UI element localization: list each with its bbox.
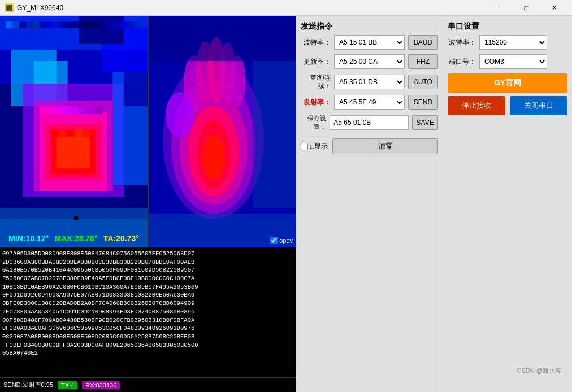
- svg-rect-14: [79, 16, 124, 44]
- svg-rect-50: [0, 219, 148, 247]
- send-status: SEND:发射率0.95: [3, 381, 53, 389]
- svg-point-51: [74, 216, 79, 220]
- opev-check[interactable]: [270, 237, 278, 244]
- svg-rect-36: [40, 106, 47, 114]
- ta-temp-label: TA:20.73°: [103, 234, 139, 243]
- camera-labels-left: MIN:10.17° MAX:28.78° TA:20.73°: [0, 234, 148, 243]
- update-rate-select[interactable]: A5 25 00 CA: [334, 54, 405, 69]
- opev-checkbox[interactable]: opev: [270, 237, 293, 244]
- gy-website-btn[interactable]: GY官网: [448, 73, 567, 93]
- terminal-output[interactable]: [0, 247, 296, 377]
- svg-rect-37: [47, 106, 55, 114]
- terminal-scroll-area: [0, 247, 296, 377]
- update-rate-row: 更新率： A5 25 00 CA FHZ: [301, 54, 438, 69]
- app-title: GY_MLX90640: [17, 4, 485, 12]
- show-checkbox-label[interactable]: □显示: [301, 142, 328, 151]
- save-input[interactable]: [330, 115, 409, 130]
- thermal-svg-left: [0, 16, 148, 247]
- send-btn[interactable]: SEND: [408, 95, 438, 110]
- save-btn[interactable]: SAVE: [412, 115, 438, 130]
- window-controls: — □ ✕: [485, 0, 567, 16]
- update-rate-label: 更新率：: [301, 57, 331, 67]
- minimize-button[interactable]: —: [485, 0, 511, 16]
- tx-status: TX:4: [58, 381, 77, 389]
- svg-rect-26: [73, 21, 80, 28]
- baud-rate-label: 波特率：: [301, 38, 331, 47]
- camera-views: MIN:10.17° MAX:28.78° TA:20.73°: [0, 16, 296, 247]
- svg-rect-18: [19, 21, 26, 28]
- svg-rect-44: [51, 129, 59, 137]
- svg-point-65: [166, 92, 194, 137]
- svg-rect-25: [67, 21, 73, 28]
- emit-label: 发射率：: [301, 98, 331, 107]
- close-button[interactable]: ✕: [541, 0, 567, 16]
- serial-baud-label: 波特率：: [448, 38, 476, 47]
- svg-point-64: [229, 55, 245, 106]
- svg-rect-30: [100, 21, 107, 28]
- stop-receive-btn[interactable]: 停止接收: [448, 96, 505, 115]
- serial-port-label: 端口号：: [448, 57, 476, 67]
- emit-select[interactable]: A5 45 5F 49: [334, 95, 405, 110]
- svg-point-59: [202, 134, 225, 180]
- titlebar: ⬛ GY_MLX90640 — □ ✕: [0, 0, 572, 16]
- svg-rect-27: [80, 21, 86, 28]
- svg-rect-17: [12, 21, 19, 28]
- baud-btn[interactable]: BAUD: [408, 35, 438, 50]
- main-area: MIN:10.17° MAX:28.78° TA:20.73°: [0, 16, 572, 392]
- serial-column: 串口设置 波特率： 115200 9600 19200 38400 57600 …: [443, 16, 572, 392]
- svg-rect-48: [82, 129, 90, 137]
- min-temp-label: MIN:10.17°: [8, 234, 49, 243]
- svg-rect-21: [40, 21, 46, 28]
- svg-rect-46: [67, 129, 75, 137]
- svg-rect-10: [57, 134, 90, 168]
- svg-rect-42: [86, 106, 94, 114]
- clear-btn[interactable]: 清零: [332, 138, 438, 154]
- camera-section: MIN:10.17° MAX:28.78° TA:20.73°: [0, 16, 296, 247]
- query-row: 查询/连续： A5 35 01 DB AUTO: [301, 73, 438, 90]
- svg-rect-41: [79, 106, 86, 114]
- svg-rect-66: [149, 16, 296, 61]
- svg-rect-22: [46, 21, 53, 28]
- svg-rect-19: [26, 21, 33, 28]
- serial-port-select[interactable]: COM3 COM1 COM2 COM4: [479, 54, 547, 69]
- divider: [301, 136, 438, 136]
- right-columns: 发送指令 波特率： A5 15 01 BB BAUD 更新率： A5 25 00…: [296, 16, 572, 392]
- status-bar: SEND:发射率0.95 TX:4 RX:833136: [0, 377, 296, 392]
- query-select[interactable]: A5 35 01 DB: [334, 75, 405, 89]
- baud-rate-select[interactable]: A5 15 01 BB: [334, 35, 405, 50]
- auto-btn[interactable]: AUTO: [408, 75, 438, 89]
- max-temp-label: MAX:28.78°: [54, 234, 97, 243]
- svg-rect-28: [86, 21, 93, 28]
- svg-rect-31: [107, 21, 114, 28]
- watermark: CSDN @断水客...: [517, 367, 566, 375]
- thermal-svg-right: [149, 16, 296, 247]
- thermal-view-left: MIN:10.17° MAX:28.78° TA:20.73°: [0, 16, 148, 247]
- svg-rect-33: [120, 21, 127, 28]
- command-column: 发送指令 波特率： A5 15 01 BB BAUD 更新率： A5 25 00…: [296, 16, 443, 392]
- close-port-btn[interactable]: 关闭串口: [510, 96, 567, 115]
- serial-port-row: 端口号： COM3 COM1 COM2 COM4: [448, 54, 567, 69]
- serial-baud-select[interactable]: 115200 9600 19200 38400 57600: [479, 35, 547, 50]
- svg-rect-35: [134, 21, 141, 28]
- svg-rect-34: [127, 21, 134, 28]
- serial-baud-row: 波特率： 115200 9600 19200 38400 57600: [448, 35, 567, 50]
- fhz-btn[interactable]: FHZ: [408, 54, 438, 69]
- svg-rect-40: [71, 106, 79, 114]
- svg-rect-23: [53, 21, 60, 28]
- bottom-section: SEND:发射率0.95 TX:4 RX:833136: [0, 247, 296, 392]
- clear-row: □显示 清零: [301, 138, 438, 154]
- opev-label: opev: [279, 237, 293, 244]
- maximize-button[interactable]: □: [513, 0, 539, 16]
- show-checkbox[interactable]: [301, 143, 308, 150]
- svg-rect-32: [114, 21, 120, 28]
- send-command-title: 发送指令: [301, 21, 438, 32]
- app-icon: ⬛: [5, 3, 14, 12]
- rx-status: RX:833136: [82, 381, 120, 389]
- show-label: □显示: [310, 142, 328, 151]
- svg-rect-29: [93, 21, 100, 28]
- svg-rect-45: [59, 129, 67, 137]
- control-row: 停止接收 关闭串口: [448, 96, 567, 115]
- svg-rect-47: [74, 129, 82, 137]
- baud-row: 波特率： A5 15 01 BB BAUD: [301, 35, 438, 50]
- svg-rect-20: [33, 21, 40, 28]
